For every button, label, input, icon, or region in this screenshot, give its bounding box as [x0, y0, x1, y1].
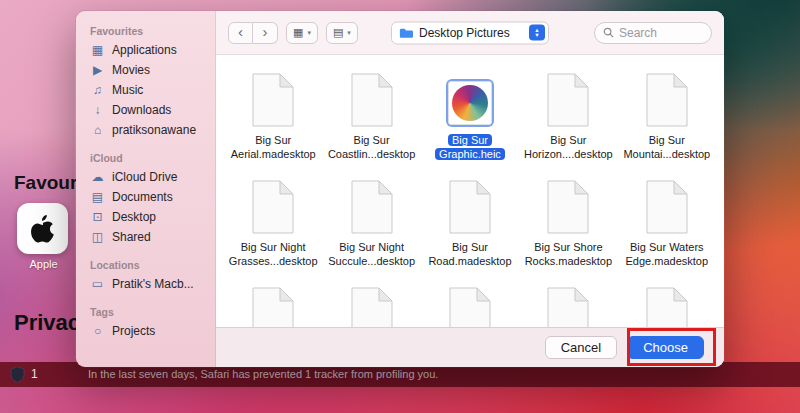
- annotation-rectangle: [627, 328, 716, 366]
- movies-icon: ▶: [90, 63, 105, 77]
- file-item-big-sur-aerial-madesktop[interactable]: Big SurAerial.madesktop: [224, 69, 322, 176]
- document-icon: [646, 176, 688, 234]
- search-icon: [603, 27, 614, 38]
- back-button[interactable]: ‹: [228, 22, 253, 44]
- file-name: Big Sur ShoreRocks.madesktop: [525, 240, 612, 268]
- document-icon: [547, 283, 589, 327]
- shared-folder-icon: ◫: [90, 230, 105, 244]
- sidebar-item-applications[interactable]: ▦Applications: [76, 40, 215, 60]
- file-item-big-sur-coastlin-desktop[interactable]: Big SurCoastlin...desktop: [322, 69, 420, 176]
- dialog-main: ‹ › ▦ ▾ ▤ ▾ Desktop Pi: [216, 11, 724, 367]
- sidebar-item-downloads[interactable]: ↓Downloads: [76, 100, 215, 120]
- forward-button[interactable]: ›: [253, 22, 278, 44]
- sidebar-item-projects[interactable]: ○Projects: [76, 321, 215, 341]
- file-name: Big SurMountai...desktop: [623, 133, 710, 161]
- background-favourites-text: Favour: [14, 172, 77, 194]
- document-icon: [646, 283, 688, 327]
- document-icon: [449, 176, 491, 234]
- file-open-dialog: Favourites▦Applications▶Movies♫Music↓Dow…: [75, 10, 725, 368]
- apple-tile-label: Apple: [17, 258, 70, 270]
- document-icon: [547, 69, 589, 127]
- sidebar-item-shared[interactable]: ◫Shared: [76, 227, 215, 247]
- file-name: Big SurGraphic.heic: [435, 133, 505, 161]
- sidebar-item-label: Projects: [112, 324, 155, 338]
- location-dropdown[interactable]: Desktop Pictures ▲▼: [391, 21, 549, 44]
- sidebar-item-label: Pratik's Macb...: [112, 277, 194, 291]
- document-icon: [646, 69, 688, 127]
- apple-logo-icon: [17, 203, 68, 254]
- file-item-partial[interactable]: [224, 283, 322, 327]
- document-icon: [252, 176, 294, 234]
- location-dropdown-value: Desktop Pictures: [419, 26, 523, 40]
- sidebar-section-icloud: iCloud☁iCloud Drive▤Documents⊡Desktop◫Sh…: [76, 152, 215, 247]
- sidebar-item-movies[interactable]: ▶Movies: [76, 60, 215, 80]
- file-name: Big SurRoad.madesktop: [428, 240, 511, 268]
- file-item-partial[interactable]: [618, 283, 716, 327]
- chevron-down-icon: ▾: [347, 29, 351, 37]
- document-icon: [252, 283, 294, 327]
- sidebar-section-locations: Locations▭Pratik's Macb...: [76, 259, 215, 294]
- group-view-button[interactable]: ▤ ▾: [326, 22, 358, 44]
- sidebar-item-label: Movies: [112, 63, 150, 77]
- desktop-icon: ⊡: [90, 210, 105, 224]
- file-item-big-sur-horizon-desktop[interactable]: Big SurHorizon....desktop: [519, 69, 617, 176]
- search-input[interactable]: [619, 26, 703, 40]
- macbook-icon: ▭: [90, 277, 105, 291]
- sidebar-item-documents[interactable]: ▤Documents: [76, 187, 215, 207]
- file-item-big-sur-mountai-desktop[interactable]: Big SurMountai...desktop: [618, 69, 716, 176]
- document-icon: [351, 283, 393, 327]
- sidebar-item-label: Downloads: [112, 103, 171, 117]
- sidebar-item-icloud-drive[interactable]: ☁iCloud Drive: [76, 167, 215, 187]
- screen: Favour Apple Privacy 1 In the last seven…: [0, 0, 800, 413]
- nav-button-group: ‹ ›: [228, 22, 278, 44]
- icon-view-button[interactable]: ▦ ▾: [286, 22, 318, 44]
- sidebar-item-pratiksonawane[interactable]: ⌂pratiksonawane: [76, 120, 215, 140]
- dropdown-arrows-icon: ▲▼: [529, 25, 545, 41]
- file-item-big-sur-waters-edge-madesktop[interactable]: Big Sur WatersEdge.madesktop: [618, 176, 716, 283]
- sidebar-item-pratik-s-macb[interactable]: ▭Pratik's Macb...: [76, 274, 215, 294]
- file-item-big-sur-shore-rocks-madesktop[interactable]: Big Sur ShoreRocks.madesktop: [519, 176, 617, 283]
- dialog-toolbar: ‹ › ▦ ▾ ▤ ▾ Desktop Pi: [216, 11, 724, 55]
- file-item-big-sur-graphic-heic[interactable]: Big SurGraphic.heic: [421, 69, 519, 176]
- file-item-big-sur-night-succule-desktop[interactable]: Big Sur NightSuccule...desktop: [322, 176, 420, 283]
- selection-highlight: [446, 79, 494, 127]
- selected-file-thumbnail: [446, 69, 494, 127]
- search-field[interactable]: [594, 22, 712, 44]
- document-icon: [547, 176, 589, 234]
- file-item-big-sur-night-grasses-desktop[interactable]: Big Sur NightGrasses...desktop: [224, 176, 322, 283]
- file-item-partial[interactable]: [519, 283, 617, 327]
- sidebar-section-title: iCloud: [76, 152, 215, 167]
- sidebar-item-label: Shared: [112, 230, 151, 244]
- sidebar-section-title: Tags: [76, 306, 215, 321]
- sidebar-item-label: iCloud Drive: [112, 170, 177, 184]
- downloads-icon: ↓: [90, 103, 105, 117]
- file-name: Big SurHorizon....desktop: [524, 133, 613, 161]
- sidebar-section-tags: Tags○Projects: [76, 306, 215, 341]
- tag-circle-icon: ○: [90, 324, 105, 338]
- file-item-partial[interactable]: [322, 283, 420, 327]
- document-icon: [351, 69, 393, 127]
- bigsur-graphic-icon: [452, 85, 488, 121]
- cancel-button[interactable]: Cancel: [545, 336, 617, 359]
- sidebar-item-label: Applications: [112, 43, 177, 57]
- sidebar-item-desktop[interactable]: ⊡Desktop: [76, 207, 215, 227]
- shield-icon: [10, 366, 25, 383]
- image-thumbnail: [448, 81, 492, 125]
- apple-favorite-tile[interactable]: Apple: [17, 203, 70, 270]
- file-grid: Big SurAerial.madesktopBig SurCoastlin..…: [216, 55, 724, 327]
- document-icon: [252, 69, 294, 127]
- tracker-count: 1: [31, 367, 38, 381]
- home-icon: ⌂: [90, 123, 105, 137]
- chevron-down-icon: ▾: [307, 29, 311, 37]
- file-name: Big Sur NightSuccule...desktop: [328, 240, 415, 268]
- file-item-partial[interactable]: [421, 283, 519, 327]
- safari-status-text: In the last seven days, Safari has preve…: [88, 368, 438, 380]
- sidebar-sections: Favourites▦Applications▶Movies♫Music↓Dow…: [76, 25, 215, 341]
- sidebar-section-favourites: Favourites▦Applications▶Movies♫Music↓Dow…: [76, 25, 215, 140]
- icloud-drive-icon: ☁: [90, 170, 105, 184]
- file-name: Big SurCoastlin...desktop: [328, 133, 415, 161]
- file-name: Big Sur NightGrasses...desktop: [229, 240, 318, 268]
- sidebar-item-music[interactable]: ♫Music: [76, 80, 215, 100]
- folder-icon: [399, 27, 413, 38]
- file-item-big-sur-road-madesktop[interactable]: Big SurRoad.madesktop: [421, 176, 519, 283]
